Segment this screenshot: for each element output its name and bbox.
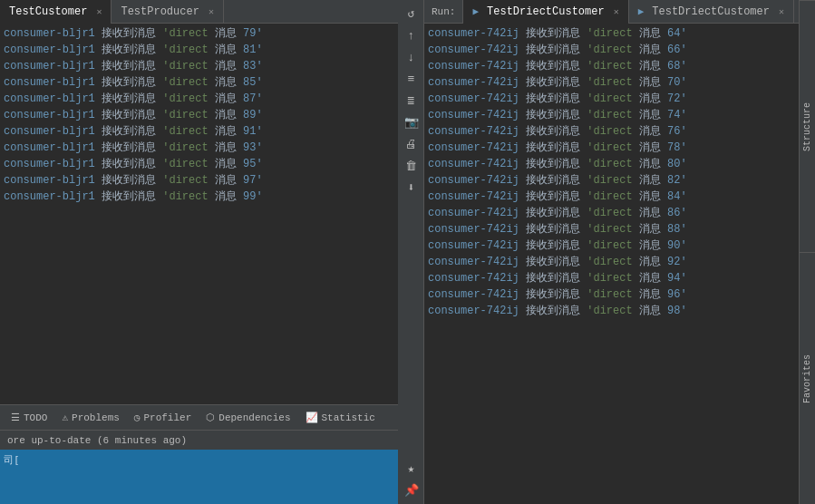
bottom-tab-dependencies[interactable]: ⬡ Dependencies [199,405,297,431]
list-item: consumer-bljr1 接收到消息 'direct 消息 89' [4,107,394,123]
problems-icon: ⚠ [62,412,68,423]
run-icon-1: ▶ [472,5,479,17]
dependencies-label: Dependencies [218,412,290,423]
profiler-label: Profiler [143,412,191,423]
statistic-label: Statistic [322,412,375,423]
status-text: ore up-to-date (6 minutes ago) [7,435,187,446]
star-button[interactable]: ★ [402,459,422,479]
bottom-tab-statistic[interactable]: 📈 Statistic [298,405,383,431]
bottom-tab-bar: ☰ TODO ⚠ Problems ◷ Profiler ⬡ Dependenc… [0,404,398,430]
list-item: consumer-742ij 接收到消息 'direct 消息 84' [428,189,795,205]
right-tab2-close[interactable]: ✕ [779,6,784,17]
list-item: consumer-742ij 接收到消息 'direct 消息 92' [428,254,795,270]
list-item: consumer-bljr1 接收到消息 'direct 消息 99' [4,189,394,205]
list-item: consumer-742ij 接收到消息 'direct 消息 98' [428,303,795,319]
list-item: consumer-742ij 接收到消息 'direct 消息 76' [428,123,795,140]
list-item: consumer-bljr1 接收到消息 'direct 消息 87' [4,91,394,107]
list-item: consumer-bljr1 接收到消息 'direct 消息 85' [4,74,394,91]
list-item: consumer-742ij 接收到消息 'direct 消息 72' [428,91,795,107]
list-item: consumer-742ij 接收到消息 'direct 消息 90' [428,237,795,254]
left-panel: TestCustomer ✕ TestProducer ✕ consumer-b… [0,0,399,504]
favorites-label[interactable]: Favorites [800,252,815,504]
list-item: consumer-742ij 接收到消息 'direct 消息 86' [428,205,795,221]
list-item: consumer-742ij 接收到消息 'direct 消息 82' [428,172,795,189]
list-item: consumer-742ij 接收到消息 'direct 消息 78' [428,140,795,156]
blue-box-text: 司[ [4,453,20,467]
right-console-output: consumer-742ij 接收到消息 'direct 消息 64'consu… [424,24,799,504]
todo-icon: ☰ [11,412,20,423]
list-item: consumer-742ij 接收到消息 'direct 消息 66' [428,42,795,58]
run-toolbar: ↺ ↑ ↓ ≡ ≣ 📷 🖨 🗑 ⬇ ★ 📌 [399,0,424,504]
list-item: consumer-742ij 接收到消息 'direct 消息 94' [428,270,795,286]
dependencies-icon: ⬡ [206,412,215,423]
format-button[interactable]: ≣ [402,91,422,111]
bottom-tab-problems[interactable]: ⚠ Problems [54,405,126,431]
list-item: consumer-bljr1 接收到消息 'direct 消息 91' [4,123,394,140]
tab-close-producer[interactable]: ✕ [209,6,214,17]
list-item: consumer-742ij 接收到消息 'direct 消息 68' [428,58,795,74]
profiler-icon: ◷ [134,412,141,423]
run-label: Run: [424,0,463,24]
dump-button[interactable]: ≡ [402,69,422,89]
scroll-end-button[interactable]: ⬇ [402,178,422,198]
list-item: consumer-742ij 接收到消息 'direct 消息 70' [428,74,795,91]
left-tab-bar: TestCustomer ✕ TestProducer ✕ [0,0,398,24]
down-button[interactable]: ↓ [402,47,422,67]
run-icon-2: ▶ [638,5,645,17]
side-labels: Structure Favorites [799,0,815,504]
right-tab1-close[interactable]: ✕ [614,6,619,17]
problems-label: Problems [72,412,120,423]
main-area: TestCustomer ✕ TestProducer ✕ consumer-b… [0,0,815,504]
tab-close-customer[interactable]: ✕ [96,6,102,17]
tab-test-producer[interactable]: TestProducer ✕ [112,0,223,24]
tab-right-customer-2[interactable]: ▶ TestDriectCustomer ✕ [629,0,794,24]
list-item: consumer-bljr1 接收到消息 'direct 消息 95' [4,156,394,172]
up-button[interactable]: ↑ [402,25,422,45]
right-tab-bar: Run: ▶ TestDriectCustomer ✕ ▶ TestDriect… [424,0,799,24]
right-panel: ↺ ↑ ↓ ≡ ≣ 📷 🖨 🗑 ⬇ ★ 📌 Run: ▶ TestDriectC… [399,0,815,504]
list-item: consumer-742ij 接收到消息 'direct 消息 64' [428,25,795,42]
right-tab1-label: TestDriectCustomer [487,5,605,18]
tab-right-customer-1[interactable]: ▶ TestDriectCustomer ✕ [463,0,628,24]
list-item: consumer-bljr1 接收到消息 'direct 消息 83' [4,58,394,74]
test-customer-label: TestCustomer [9,5,87,18]
print-button[interactable]: 🖨 [402,134,422,154]
list-item: consumer-742ij 接收到消息 'direct 消息 74' [428,107,795,123]
left-console-output: consumer-bljr1 接收到消息 'direct 消息 79'consu… [0,24,398,404]
list-item: consumer-bljr1 接收到消息 'direct 消息 93' [4,140,394,156]
list-item: consumer-742ij 接收到消息 'direct 消息 96' [428,286,795,303]
test-producer-label: TestProducer [121,5,199,18]
rerun-button[interactable]: ↺ [402,4,422,24]
right-console: Run: ▶ TestDriectCustomer ✕ ▶ TestDriect… [424,0,799,504]
right-tab2-label: TestDriectCustomer [652,5,770,18]
todo-label: TODO [24,412,47,423]
bottom-tab-profiler[interactable]: ◷ Profiler [127,405,199,431]
list-item: consumer-bljr1 接收到消息 'direct 消息 97' [4,172,394,189]
list-item: consumer-742ij 接收到消息 'direct 消息 80' [428,156,795,172]
delete-button[interactable]: 🗑 [402,156,422,176]
list-item: consumer-742ij 接收到消息 'direct 消息 88' [428,221,795,237]
list-item: consumer-bljr1 接收到消息 'direct 消息 81' [4,42,394,58]
screenshot-button[interactable]: 📷 [402,112,422,132]
left-status-bar: ore up-to-date (6 minutes ago) [0,430,398,450]
statistic-icon: 📈 [306,412,318,423]
bottom-tab-todo[interactable]: ☰ TODO [4,405,54,431]
pin-button[interactable]: 📌 [402,480,422,500]
blue-box-area: 司[ [0,450,398,504]
list-item: consumer-bljr1 接收到消息 'direct 消息 79' [4,25,394,42]
tab-test-customer[interactable]: TestCustomer ✕ [0,0,112,24]
structure-label[interactable]: Structure [800,0,815,252]
